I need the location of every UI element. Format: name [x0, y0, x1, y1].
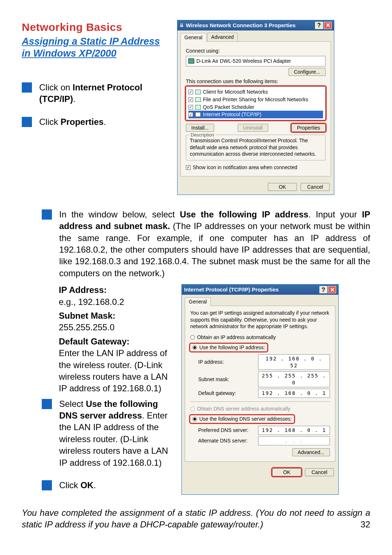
default-gateway-text: Enter the LAN IP address of the wireless…: [59, 348, 168, 393]
pdns-input[interactable]: 192 . 168 . 0 . 1: [258, 426, 330, 435]
description-box: Description Transmission Control Protoco…: [186, 135, 326, 160]
adapter-field: D-Link Air DWL-520 Wireless PCI Adapter: [186, 56, 326, 66]
cancel-button[interactable]: Cancel: [305, 468, 334, 476]
subnet-mask-label: Subnet Mask:: [59, 311, 115, 321]
dialog-title: Internet Protocol (TCP/IP) Properties: [184, 286, 319, 293]
tcpip-properties-dialog: Internet Protocol (TCP/IP) Properties ? …: [181, 284, 339, 495]
ok-button[interactable]: OK: [272, 468, 301, 476]
app-icon: ⇊: [180, 22, 184, 29]
ip-field-label: IP address:: [198, 359, 258, 366]
bullet-square-icon: [42, 209, 52, 220]
subnet-field-label: Subnet mask:: [198, 376, 258, 383]
ip-input[interactable]: 192 . 168 . 0 . 52: [258, 354, 330, 370]
uninstall-button: Uninstall: [238, 124, 268, 132]
page-number: 32: [360, 519, 370, 530]
advanced-button[interactable]: Advanced...: [292, 448, 330, 456]
tab-general[interactable]: General: [185, 297, 211, 306]
instruction-bullet: Click on Internet Protocol (TCP/IP).: [22, 82, 167, 105]
list-item-tcpip[interactable]: ✓Internet Protocol (TCP/IP): [188, 111, 323, 118]
cancel-button[interactable]: Cancel: [301, 183, 330, 191]
bullet-square-icon: [42, 399, 52, 409]
properties-button[interactable]: Properties: [291, 124, 326, 132]
list-item[interactable]: ✓File and Printer Sharing for Microsoft …: [188, 96, 323, 103]
pdns-field-label: Preferred DNS server:: [198, 427, 258, 434]
nic-icon: [188, 58, 194, 64]
show-icon-checkbox[interactable]: ✓ Show icon in notification area when co…: [186, 164, 326, 171]
bullet-square-icon: [22, 117, 32, 127]
radio-use-ip[interactable]: Use the following IP address:: [190, 344, 267, 351]
close-button[interactable]: ✕: [328, 286, 336, 293]
ip-address-example: e.g., 192.168.0.2: [59, 297, 124, 307]
radio-auto-ip[interactable]: Obtain an IP address automatically: [190, 334, 330, 341]
bullet-square-icon: [42, 480, 52, 490]
list-item[interactable]: ✓Client for Microsoft Networks: [188, 88, 323, 96]
instruction-bullet: In the window below, select Use the foll…: [22, 209, 370, 279]
subnet-input[interactable]: 255 . 255 . 255 . 0: [258, 371, 330, 387]
instruction-bullet: Select Use the following DNS server addr…: [22, 398, 171, 469]
install-button[interactable]: Install...: [186, 124, 214, 132]
subnet-mask-value: 255.255.255.0: [59, 322, 114, 332]
instruction-bullet: Click OK.: [22, 479, 171, 491]
tcpip-intro-text: You can get IP settings assigned automat…: [190, 310, 330, 330]
dialog-titlebar: ⇊ Wireless Network Connection 3 Properti…: [177, 20, 334, 30]
tab-general[interactable]: General: [180, 33, 207, 42]
connection-properties-dialog: ⇊ Wireless Network Connection 3 Properti…: [177, 20, 334, 195]
close-button[interactable]: ✕: [324, 22, 332, 29]
ok-button[interactable]: OK: [268, 183, 297, 191]
footnote: You have completed the assignment of a s…: [22, 507, 370, 530]
tab-advanced[interactable]: Advanced: [207, 33, 238, 41]
configure-button[interactable]: Configure...: [289, 68, 326, 76]
help-button[interactable]: ?: [315, 22, 323, 29]
list-item[interactable]: ✓QoS Packet Scheduler: [188, 103, 323, 111]
gateway-field-label: Default gateway:: [198, 390, 258, 397]
radio-use-dns[interactable]: Use the following DNS server addresses:: [190, 415, 294, 423]
gateway-input[interactable]: 192 . 168 . 0 . 1: [258, 389, 330, 398]
dialog-titlebar: Internet Protocol (TCP/IP) Properties ? …: [182, 285, 338, 295]
items-label: This connection uses the following items…: [186, 78, 326, 85]
default-gateway-label: Default Gateway:: [59, 336, 130, 346]
radio-auto-dns: Obtain DNS server address automatically: [190, 405, 330, 412]
bullet-square-icon: [22, 82, 32, 93]
adns-field-label: Alternate DNS server:: [198, 437, 258, 444]
dialog-title: Wireless Network Connection 3 Properties: [186, 22, 315, 29]
adns-input[interactable]: . . .: [258, 436, 330, 445]
instruction-bullet: Click Properties.: [22, 116, 167, 128]
page-heading: Networking Basics: [22, 20, 167, 35]
network-items-list[interactable]: ✓Client for Microsoft Networks ✓File and…: [186, 86, 326, 121]
help-button[interactable]: ?: [319, 286, 327, 293]
page-subheading: Assigning a Static IP Addressin Windows …: [22, 36, 167, 60]
ip-address-label: IP Address:: [59, 285, 107, 295]
connect-using-label: Connect using:: [186, 48, 326, 54]
